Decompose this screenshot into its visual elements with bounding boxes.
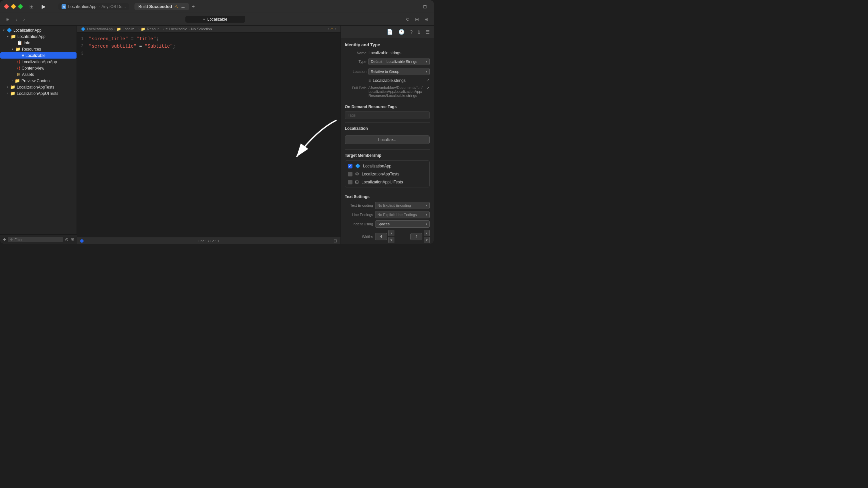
scheme-label[interactable]: Any iOS De... [101,4,126,9]
split-view-button[interactable]: ⊟ [413,15,421,23]
type-select-value: Default – Localizable Strings [371,60,417,64]
target-name-1: LocalizationAppTests [362,172,399,176]
titlebar: ⊞ ▶ A LocalizationApp › Any iOS De... Bu… [0,0,434,13]
sidebar-item-preview-content[interactable]: › 📁 Preview Content [0,78,76,84]
refresh-button[interactable]: ↻ [404,15,412,23]
breadcrumb: 🔷 LocalizationApp › 📁 Localiz... › 📁 Res… [77,26,340,33]
string-eq: = [136,43,145,49]
swift-icon: ⟨⟩ [17,59,20,64]
forward-button[interactable]: › [21,15,27,23]
code-editor[interactable]: 1 "screen_title" = "Title"; 2 "screen_su… [77,33,340,237]
file-status-dot [80,239,84,243]
location-filename: Localizable.strings [373,78,424,83]
breadcrumb-item[interactable]: Localiz... [122,27,137,31]
breadcrumb-nav-forward[interactable]: › [335,27,337,31]
app-icon: A [62,4,66,9]
sidebar-item-label: LocalizationAppUITests [17,91,58,96]
target-checkbox-1[interactable] [348,172,352,176]
sidebar-item-localizationappuitests[interactable]: › 📁 LocalizationAppUITests [0,90,76,96]
breadcrumb-item[interactable]: Resour... [147,27,161,31]
breadcrumb-item[interactable]: LocalizationApp [87,27,113,31]
sidebar-item-assets[interactable]: ⊞ Assets [0,71,76,78]
inspector-history-btn[interactable]: 🕐 [397,28,406,36]
sidebar-item-localizationappapp[interactable]: ⟨⟩ LocalizationAppApp [0,59,76,65]
inspector-toggle-button[interactable]: ⊡ [423,4,427,9]
divider [345,122,430,123]
chevron-right-icon: › [12,79,13,83]
full-path-reveal-button[interactable]: ↗ [426,86,430,91]
folder-icon: 📁 [15,47,21,52]
indent-width-increment[interactable]: ▲ [424,230,430,236]
close-button[interactable] [4,4,9,9]
editor-mode-button[interactable]: ⊡ [334,238,337,243]
location-select-value: Relative to Group [371,69,399,73]
add-file-button[interactable]: + [3,237,6,243]
text-settings-title: Text Settings [345,194,430,199]
line-number: 1 [77,35,89,42]
tags-input[interactable] [345,111,430,119]
layout-button[interactable]: ⊞ [422,15,430,23]
sidebar-item-contentview[interactable]: ⟨⟩ ContentView [0,65,76,71]
target-item-0: 🔷 LocalizationApp [348,162,427,170]
sidebar-item-info[interactable]: 📋 Info [0,40,76,46]
breadcrumb-nav-back[interactable]: ‹ [328,27,329,31]
target-item-2: ⊞ LocalizationAppUITests [348,178,427,186]
sidebar-bottom-btn1[interactable]: ⊙ [65,237,68,242]
sidebar-item-localizationapp-group[interactable]: ▾ 📁 LocalizationApp [0,33,76,40]
line-number: 2 [77,42,89,50]
toolbar: ⊞ ‹ › ≡ Localizable ↻ ⊟ ⊞ [0,13,434,26]
inspector-help-btn[interactable]: ? [409,28,414,35]
text-encoding-row: Text Encoding No Explicit Encoding ▾ [345,202,430,209]
inspector-settings-btn[interactable]: ☰ [424,28,431,36]
location-label: Location [345,69,366,73]
minimize-button[interactable] [11,4,16,9]
sidebar-bottom-btn2[interactable]: ⊞ [70,237,74,242]
folder-icon-small: 📁 [141,27,146,31]
target-checkbox-2[interactable] [348,180,352,184]
line-endings-select[interactable]: No Explicit Line Endings ▾ [375,211,430,218]
widths-label: Widths [345,235,373,239]
sidebar-item-label: Preview Content [21,79,51,83]
location-select[interactable]: Relative to Group ▾ [368,68,430,75]
text-encoding-select[interactable]: No Explicit Encoding ▾ [375,202,430,209]
localize-button[interactable]: Localize... [345,135,430,144]
widths-row: Widths 4 ▲ ▼ 4 ▲ ▼ [345,230,430,243]
target-name-2: LocalizationAppUITests [362,180,403,184]
sidebar-item-label: ContentView [22,66,44,70]
tab-width-decrement[interactable]: ▼ [389,237,394,243]
breadcrumb-item[interactable]: Localizable [169,27,187,31]
swift-icon: ⟨⟩ [17,66,20,70]
line-content: "screen_subtitle" = "Subtitle"; [89,42,340,50]
sidebar-item-localizable[interactable]: ≡ Localizable [0,52,76,59]
grid-view-button[interactable]: ⊞ [4,15,12,23]
section-title-identity: Identity and Type [345,42,430,47]
tab-width-increment[interactable]: ▲ [389,230,394,236]
inspector-file-btn[interactable]: 📄 [385,28,394,36]
back-button[interactable]: ‹ [13,15,19,23]
folder-icon: 📁 [11,34,16,39]
indent-using-select[interactable]: Spaces ▾ [375,220,430,228]
strings-icon-small: ≡ [165,27,167,31]
sidebar-toggle-button[interactable]: ⊞ [27,2,36,11]
type-label: Type [345,60,366,64]
fullscreen-button[interactable] [18,4,23,9]
target-checkbox-0[interactable] [348,164,352,169]
inspector-info-btn[interactable]: ℹ [417,28,421,36]
file-icon: 📋 [17,40,22,45]
indent-width-decrement[interactable]: ▼ [424,237,430,243]
sidebar-item-resources[interactable]: ▾ 📁 Resources [0,46,76,52]
sidebar-item-localizationapp-project[interactable]: ▾ 🔷 LocalizationApp [0,27,76,33]
full-path-value: /Users/anbabkov/Documents/fun/Localizati… [368,86,424,97]
tab-active[interactable]: ≡ Localizable [185,16,245,23]
sidebar-item-localizationapptests[interactable]: › 📁 LocalizationAppTests [0,84,76,90]
code-line-2: 2 "screen_subtitle" = "Subtitle"; [77,42,340,50]
string-key: "screen_title" [89,36,128,41]
reveal-in-finder-button[interactable]: ↗ [426,78,430,83]
sidebar-item-label: Localizable [26,53,45,58]
add-button[interactable]: + [192,4,195,10]
divider [345,149,430,150]
type-select[interactable]: Default – Localizable Strings ▾ [368,58,430,65]
run-button[interactable]: ▶ [39,3,48,10]
inspector-location-row: Location Relative to Group ▾ [345,68,430,75]
breadcrumb-item-no-selection[interactable]: No Selection [191,27,212,31]
